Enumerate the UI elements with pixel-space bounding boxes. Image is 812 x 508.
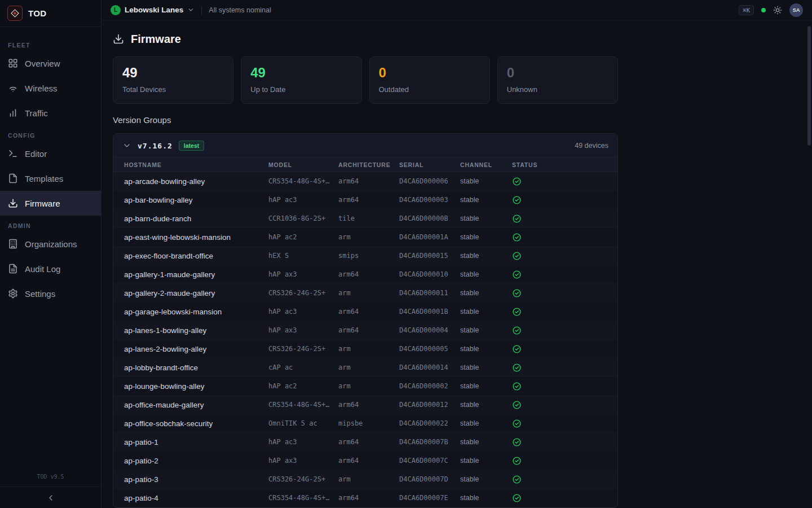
sidebar-item-wireless[interactable]: Wireless <box>0 76 101 100</box>
check-circle-icon <box>512 456 522 466</box>
scrollbar-track <box>806 20 812 508</box>
stat-label: Outdated <box>379 85 480 94</box>
check-circle-icon <box>512 307 522 317</box>
device-row[interactable]: ap-bar-bowling-alleyhAP ac3arm64D4CA6D00… <box>113 191 617 209</box>
command-palette-shortcut[interactable]: ⌘K <box>739 5 754 15</box>
device-row[interactable]: ap-gallery-2-maude-galleryCRS326-24G-2S+… <box>113 284 617 303</box>
device-architecture: arm64 <box>338 438 399 446</box>
scrollbar-thumb[interactable] <box>807 26 811 146</box>
device-hostname: ap-lanes-2-bowling-alley <box>124 345 268 353</box>
device-serial: D4CA6D00007C <box>399 457 460 465</box>
check-circle-icon <box>512 419 522 428</box>
device-row[interactable]: ap-patio-4CRS354-48G-4S+…arm64D4CA6D0000… <box>113 489 617 507</box>
device-serial: D4CA6D000010 <box>399 270 460 278</box>
column-header-architecture: ARCHITECTURE <box>338 161 399 168</box>
app-logo <box>7 6 23 21</box>
device-row[interactable]: ap-office-sobchak-securityOmniTIK 5 acmi… <box>113 414 617 433</box>
device-row[interactable]: ap-barn-dude-ranchCCR1036-8G-2S+tileD4CA… <box>113 209 617 228</box>
sidebar-item-label: Organizations <box>25 239 77 249</box>
device-channel: stable <box>460 438 512 446</box>
device-serial: D4CA6D00000B <box>399 214 460 222</box>
stat-value: 49 <box>122 65 224 81</box>
check-circle-icon <box>512 233 522 242</box>
templates-icon <box>8 173 18 183</box>
sidebar-item-firmware[interactable]: Firmware <box>0 191 101 216</box>
version-groups-heading: Version Groups <box>113 115 618 126</box>
device-channel: stable <box>460 457 512 465</box>
stat-value: 0 <box>507 65 608 81</box>
device-architecture: arm64 <box>338 196 399 204</box>
device-channel: stable <box>460 401 512 409</box>
device-architecture: arm <box>338 289 399 297</box>
check-circle-icon <box>512 270 522 279</box>
device-row[interactable]: ap-patio-2hAP ax3arm64D4CA6D00007Cstable <box>113 452 617 470</box>
device-status <box>512 344 617 354</box>
org-switcher[interactable]: L Lebowski Lanes <box>111 5 195 15</box>
sidebar-item-templates[interactable]: Templates <box>0 166 101 191</box>
column-header-hostname: HOSTNAME <box>124 161 268 168</box>
sidebar-item-audit-log[interactable]: Audit Log <box>0 256 101 281</box>
device-row[interactable]: ap-patio-1hAP ac3arm64D4CA6D00007Bstable <box>113 433 617 452</box>
device-status <box>512 214 617 224</box>
device-row[interactable]: ap-arcade-bowling-alleyCRS354-48G-4S+…ar… <box>113 172 617 191</box>
device-hostname: ap-east-wing-lebowski-mansion <box>124 233 268 242</box>
device-model: CCR1036-8G-2S+ <box>268 214 338 222</box>
device-row[interactable]: ap-garage-lebowski-mansionhAP ac3arm64D4… <box>113 303 617 321</box>
sidebar-item-editor[interactable]: Editor <box>0 141 101 166</box>
device-row[interactable]: ap-office-maude-galleryCRS354-48G-4S+…ar… <box>113 396 617 414</box>
sidebar-item-overview[interactable]: Overview <box>0 51 101 76</box>
theme-toggle-button[interactable] <box>773 6 782 15</box>
app-name: TOD <box>28 8 47 18</box>
device-row[interactable]: ap-lounge-bowling-alleyhAP ac2armD4CA6D0… <box>113 377 617 396</box>
device-serial: D4CA6D00007B <box>399 438 460 446</box>
device-hostname: ap-barn-dude-ranch <box>124 214 268 223</box>
device-row[interactable]: ap-gallery-1-maude-galleryhAP ax3arm64D4… <box>113 265 617 284</box>
check-circle-icon <box>512 326 522 335</box>
device-architecture: arm64 <box>338 177 399 185</box>
device-row[interactable]: ap-patio-3CRS326-24G-2S+armD4CA6D00007Ds… <box>113 470 617 489</box>
device-architecture: arm <box>338 345 399 353</box>
device-channel: stable <box>460 382 512 390</box>
device-status <box>512 456 617 466</box>
device-architecture: arm64 <box>338 308 399 316</box>
device-architecture: mipsbe <box>338 419 399 427</box>
system-status-text: All systems nominal <box>209 6 271 14</box>
sidebar-item-traffic[interactable]: Traffic <box>0 100 101 125</box>
sidebar-item-settings[interactable]: Settings <box>0 281 101 306</box>
user-avatar[interactable]: SA <box>789 3 803 17</box>
device-status <box>512 233 617 242</box>
device-status <box>512 177 617 186</box>
device-row[interactable]: ap-lanes-2-bowling-alleyCRS326-24G-2S+ar… <box>113 340 617 358</box>
device-row[interactable]: ap-exec-floor-brandt-officehEX SsmipsD4C… <box>113 247 617 265</box>
device-model: hAP ac3 <box>268 438 338 446</box>
sidebar: TOD FLEETOverviewWirelessTrafficCONFIGEd… <box>0 0 102 508</box>
check-circle-icon <box>512 195 522 205</box>
diamond-logo-icon <box>10 8 20 18</box>
sidebar-header: TOD <box>0 0 101 27</box>
device-serial: D4CA6D000022 <box>399 419 460 427</box>
device-row[interactable]: ap-east-wing-lebowski-mansionhAP ac2armD… <box>113 228 617 247</box>
device-count: 49 devices <box>575 142 608 150</box>
device-serial: D4CA6D000004 <box>399 326 460 334</box>
check-circle-icon <box>512 363 522 373</box>
page-title: Firmware <box>131 33 181 46</box>
device-architecture: tile <box>338 214 399 222</box>
settings-icon <box>8 288 18 299</box>
sidebar-collapse-button[interactable] <box>0 487 101 508</box>
device-model: hAP ax3 <box>268 326 338 334</box>
nav-section-label: FLEET <box>0 35 101 51</box>
device-row[interactable]: ap-lobby-brandt-officecAP acarmD4CA6D000… <box>113 358 617 377</box>
device-row[interactable]: ap-lanes-1-bowling-alleyhAP ax3arm64D4CA… <box>113 321 617 340</box>
device-hostname: ap-office-sobchak-security <box>124 419 268 428</box>
chevron-down-icon <box>122 141 131 150</box>
topbar-divider <box>201 6 202 15</box>
app-version: TOD v9.5 <box>0 468 101 487</box>
version-group-header[interactable]: v7.16.2 latest 49 devices <box>113 134 617 157</box>
device-serial: D4CA6D00001B <box>399 308 460 316</box>
device-hostname: ap-exec-floor-brandt-office <box>124 252 268 260</box>
sidebar-item-label: Overview <box>25 59 60 68</box>
device-serial: D4CA6D00007D <box>399 475 460 483</box>
device-status <box>512 363 617 373</box>
sidebar-item-organizations[interactable]: Organizations <box>0 231 101 256</box>
sidebar-item-label: Traffic <box>25 108 48 118</box>
